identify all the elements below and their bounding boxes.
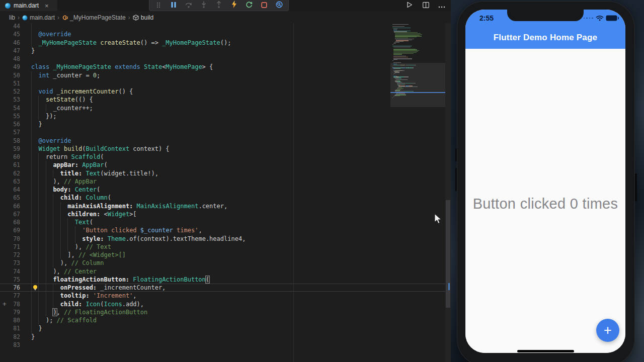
code-line-66[interactable]: 66mainAxisAlignment: MainAxisAlignment.c… [0,202,445,210]
line-content: ); // Scaffold [31,316,445,324]
code-line-50[interactable]: 50int _counter = 0; [0,71,445,79]
minimap-viewport-slider[interactable] [390,63,445,107]
code-line-48[interactable]: 48 [0,55,445,63]
code-line-53[interactable]: 53setState(() { [0,96,445,104]
step-out-button[interactable] [213,1,225,10]
indent-guide [31,161,32,169]
breadcrumb-item-build[interactable]: build [133,14,153,21]
phone-app-body: Button clicked 0 times + [465,49,625,353]
code-line-52[interactable]: 52void _incrementCounter() { [0,87,445,96]
code-line-82[interactable]: 82} [0,333,445,341]
code-line-60[interactable]: 60return Scaffold( [0,153,445,161]
home-indicator[interactable] [517,350,574,352]
code-line-45[interactable]: 45@override [0,30,445,38]
hot-reload-button[interactable] [228,1,240,10]
code-line-59[interactable]: 59Widget build(BuildContext context) { [0,145,445,153]
code-token: int [38,72,49,79]
code-line-67[interactable]: 67children: <Widget>[ [0,210,445,218]
indent-guide [38,308,39,316]
breadcrumb-item-main-dart[interactable]: main.dart [22,14,55,21]
code-line-63[interactable]: 63), // AppBar [0,177,445,186]
code-token: children: [67,211,100,218]
code-line-73[interactable]: 73), // Column [0,259,445,267]
breadcrumb-item--myhomepagestate[interactable]: _MyHomePageState [62,14,126,21]
code-line-58[interactable]: 58@override [0,137,445,145]
tab-main-dart[interactable]: main.dart × [0,0,57,11]
run-button[interactable] [404,1,416,10]
code-line-46[interactable]: 46_MyHomePageState createState() => _MyH… [0,39,445,47]
line-content: title: Text(widget.title!), [31,169,445,177]
line-number: 47 [0,47,20,55]
code-line-64[interactable]: 64body: Center( [0,186,445,194]
line-number: 52 [0,87,20,96]
indent-guide [60,202,61,210]
widget-inspector-button[interactable] [273,1,285,10]
code-token: () { [118,88,133,95]
code-line-54[interactable]: 54_counter++; [0,104,445,112]
code-line-68[interactable]: 68Text( [0,218,445,226]
code-line-74[interactable]: 74), // Center [0,267,445,276]
line-content: } [31,120,445,128]
code-line-70[interactable]: 70style: Theme.of(context).textTheme.hea… [0,235,445,243]
restart-button[interactable] [243,1,255,10]
line-content: Text( [31,218,445,226]
minimap-line [393,54,402,54]
breadcrumb-item-lib[interactable]: lib [9,14,15,21]
code-line-71[interactable]: 71), // Text [0,243,445,251]
code-line-72[interactable]: 72], // <Widget>[] [0,251,445,259]
more-actions-button[interactable] [436,1,448,10]
code-token: body: [53,186,71,193]
code-line-80[interactable]: 80); // Scaffold [0,316,445,324]
indent-guide [53,300,53,308]
code-line-47[interactable]: 47} [0,47,445,55]
status-icons [584,15,619,21]
fab-add-button[interactable]: + [596,319,619,342]
code-line-65[interactable]: 65child: Column( [0,194,445,202]
pause-button[interactable] [168,1,180,10]
code-line-79[interactable]: 79), // FloatingActionButton [0,308,445,316]
code-line-78[interactable]: 78+child: Icon(Icons.add), [0,300,445,308]
code-token: child: [60,194,82,201]
indent-guide [31,30,32,38]
code-line-75[interactable]: 75floatingActionButton: FloatingActionBu… [0,276,445,284]
scrollbar-thumb[interactable] [446,200,450,308]
code-token: return [46,153,71,160]
code-line-81[interactable]: 81} [0,324,445,332]
tab-close-icon[interactable]: × [45,3,49,9]
code-line-57[interactable]: 57 [0,128,445,136]
split-editor-button[interactable] [420,1,432,10]
code-token: 0 [93,72,97,79]
code-line-69[interactable]: 69'Button clicked $_counter times', [0,226,445,234]
code-line-83[interactable]: 83 [0,341,445,349]
code-line-62[interactable]: 62title: Text(widget.title!), [0,169,445,177]
line-content: } [31,47,445,55]
stop-icon [261,1,267,10]
code-token: ( [97,186,100,193]
code-token [140,63,144,70]
code-line-56[interactable]: 56} [0,120,445,128]
code-line-49[interactable]: 49class _MyHomePageState extends State<M… [0,63,445,71]
code-line-77[interactable]: 77tooltip: 'Increment', [0,292,445,300]
drag-grip-button[interactable] [152,1,165,10]
scrollbar-cursor-mark [448,283,450,290]
code-line-51[interactable]: 51 [0,79,445,87]
line-content: @override [31,30,445,38]
indent-guide [31,120,32,128]
editor-scrollbar[interactable] [445,23,451,362]
code-line-76[interactable]: 76onPressed: _incrementCounter, [0,284,445,292]
line-number: 51 [0,79,20,87]
step-over-button[interactable] [183,1,195,10]
gutter-plus-icon[interactable]: + [3,300,7,308]
step-into-button[interactable] [198,1,210,10]
code-editor[interactable]: 4445@override46_MyHomePageState createSt… [0,23,451,362]
indent-guide [38,104,39,112]
line-content: children: <Widget>[ [31,210,445,218]
code-line-55[interactable]: 55}); [0,112,445,120]
code-line-44[interactable]: 44 [0,23,445,30]
code-line-61[interactable]: 61appBar: AppBar( [0,161,445,169]
indent-guide [31,210,32,218]
stop-button[interactable] [258,1,270,10]
minimap[interactable] [390,24,445,110]
code-token: @override [38,137,71,144]
code-token: FloatingActionButton [133,276,206,283]
